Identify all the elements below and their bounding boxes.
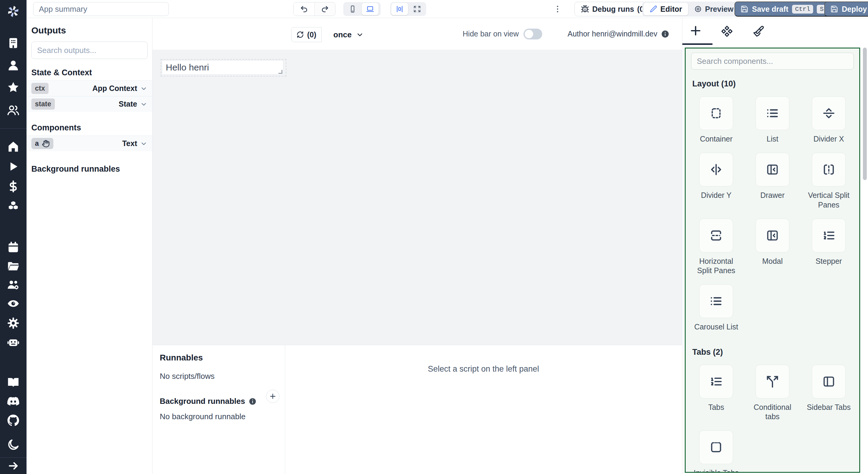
component-a-chip[interactable]: a — [31, 138, 53, 149]
rail-divider — [0, 458, 27, 458]
search-components-input[interactable] — [691, 53, 854, 70]
user-icon[interactable] — [7, 59, 20, 72]
tab-insert-plus-icon[interactable] — [689, 24, 702, 37]
component-card-carousel-list[interactable]: Carousel List — [692, 284, 741, 332]
component-card-horizontal-split[interactable]: Horizontal Split Panes — [692, 218, 741, 276]
components-sidebar: Layout (10) Container List Divider X Div… — [682, 18, 868, 474]
search-outputs-input[interactable] — [31, 41, 148, 59]
undo-button[interactable] — [293, 2, 314, 16]
dark-mode-moon-icon[interactable] — [7, 438, 20, 451]
state-label: State — [119, 100, 137, 108]
device-toggle — [343, 2, 381, 16]
tabs-grid: Tabs Conditional tabs Sidebar Tabs Invis… — [691, 365, 854, 473]
chevron-down-icon[interactable] — [140, 140, 147, 147]
collapse-arrow-icon[interactable] — [7, 460, 19, 472]
resize-handle[interactable] — [278, 70, 282, 74]
github-icon[interactable] — [7, 414, 20, 427]
component-label: Carousel List — [694, 322, 738, 332]
runs-play-icon[interactable] — [7, 160, 20, 173]
component-card-sidebar-tabs[interactable]: Sidebar Tabs — [804, 365, 853, 412]
carousel-list-icon — [699, 284, 733, 318]
output-row-state[interactable]: state State — [27, 96, 152, 112]
windmill-logo-icon[interactable] — [6, 4, 21, 19]
schedule-dropdown[interactable]: once — [333, 27, 364, 42]
audit-eye-icon[interactable] — [7, 297, 20, 310]
app-canvas[interactable]: Hello henri — [153, 50, 682, 345]
background-runnables-title: Background runnables — [160, 397, 245, 406]
no-background-text: No background runnable — [160, 412, 278, 421]
variables-dollar-icon[interactable] — [7, 180, 20, 193]
ctx-label: App Context — [92, 84, 137, 93]
hide-bar-toggle[interactable] — [524, 29, 542, 39]
rail-divider — [0, 128, 27, 129]
component-card-container[interactable]: Container — [692, 96, 741, 144]
add-background-runnable-button[interactable] — [266, 390, 279, 403]
component-label: Sidebar Tabs — [807, 403, 850, 412]
sidebar-tabs-icon — [812, 365, 846, 398]
component-card-modal[interactable]: Modal — [748, 218, 797, 266]
component-card-invisible-tabs[interactable]: Invisible Tabs — [692, 430, 741, 473]
scrollbar-thumb[interactable] — [863, 47, 867, 180]
favorites-star-icon[interactable] — [7, 81, 20, 94]
component-card-drawer[interactable]: Drawer — [748, 153, 797, 200]
chevron-down-icon[interactable] — [140, 85, 147, 92]
center-align-button[interactable] — [391, 3, 408, 15]
groups-icon[interactable] — [7, 104, 20, 117]
chevron-down-icon[interactable] — [140, 101, 147, 108]
runnables-title: Runnables — [160, 353, 278, 363]
stepper-icon — [812, 218, 846, 252]
output-row-ctx[interactable]: ctx App Context — [27, 80, 152, 96]
component-label: Conditional tabs — [748, 403, 797, 421]
component-card-tabs[interactable]: Tabs — [692, 365, 741, 412]
component-card-stepper[interactable]: Stepper — [804, 218, 853, 266]
more-menu-kebab-icon[interactable] — [553, 4, 562, 14]
component-card-list[interactable]: List — [748, 96, 797, 144]
resources-boxes-icon[interactable] — [7, 200, 20, 213]
save-icon — [741, 5, 748, 13]
folders-icon[interactable] — [7, 260, 20, 273]
deploy-button[interactable]: Deploy — [824, 1, 868, 16]
hide-bar-label: Hide bar on view — [463, 30, 519, 38]
ai-bot-icon[interactable] — [7, 336, 20, 349]
debug-runs-label: Debug runs — [592, 5, 634, 13]
state-badge: state — [31, 99, 55, 110]
home-icon[interactable] — [7, 140, 20, 153]
modal-icon — [755, 218, 789, 252]
tab-components-icon[interactable] — [721, 25, 733, 37]
grid-cell[interactable]: Hello henri — [161, 59, 286, 76]
tab-editor[interactable]: Editor — [644, 3, 688, 15]
settings-gear-icon[interactable] — [7, 316, 20, 330]
debug-runs-button[interactable]: Debug runs (0) — [575, 2, 652, 16]
component-label: Divider Y — [701, 191, 732, 200]
component-card-divider-x[interactable]: Divider X — [804, 96, 853, 144]
horizontal-split-icon — [699, 218, 733, 252]
refresh-count: (0) — [307, 30, 316, 39]
text-component[interactable]: Hello henri — [162, 60, 283, 75]
schedules-calendar-icon[interactable] — [7, 241, 20, 254]
workers-users-cog-icon[interactable] — [7, 278, 20, 292]
output-row-component-a[interactable]: a Text — [27, 136, 152, 151]
save-draft-button[interactable]: Save draft CtrlS — [735, 1, 833, 16]
mobile-view-button[interactable] — [344, 3, 361, 15]
info-icon[interactable] — [249, 398, 256, 405]
component-card-vertical-split[interactable]: Vertical Split Panes — [804, 153, 853, 210]
component-card-conditional-tabs[interactable]: Conditional tabs — [748, 365, 797, 421]
runnables-left: Runnables No scripts/flows Background ru… — [153, 345, 285, 474]
info-icon[interactable] — [661, 30, 670, 38]
app-summary-input[interactable] — [33, 2, 169, 16]
desktop-view-button[interactable] — [362, 3, 378, 15]
refresh-button[interactable]: (0) — [291, 27, 321, 42]
discord-icon[interactable] — [7, 395, 20, 408]
component-card-divider-y[interactable]: Divider Y — [692, 153, 741, 200]
tab-styling-brush-icon[interactable] — [752, 25, 764, 37]
component-label: Vertical Split Panes — [804, 191, 853, 210]
scrollbar-track[interactable] — [862, 47, 868, 474]
workspace-building-icon[interactable] — [7, 36, 20, 50]
redo-button[interactable] — [314, 2, 335, 16]
docs-book-icon[interactable] — [7, 375, 20, 389]
sidebar-tabs — [682, 18, 868, 47]
component-label: List — [767, 134, 778, 144]
fullscreen-expand-button[interactable] — [409, 3, 426, 15]
tab-preview[interactable]: Preview — [688, 3, 740, 15]
component-a-type: Text — [122, 139, 137, 148]
